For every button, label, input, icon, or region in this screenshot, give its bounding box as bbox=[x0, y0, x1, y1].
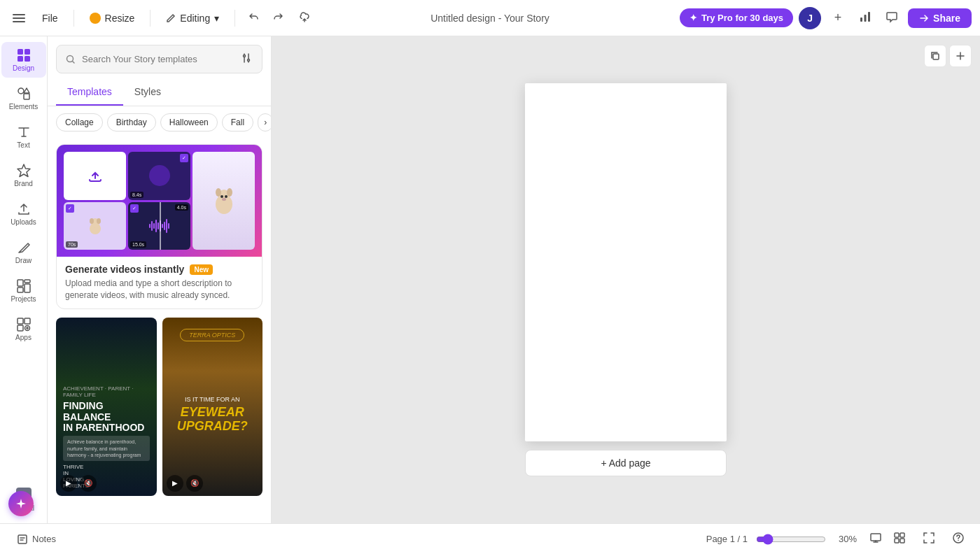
avatar[interactable]: J bbox=[799, 7, 821, 29]
svg-rect-5 bbox=[868, 12, 870, 22]
sidebar-item-brand[interactable]: Brand bbox=[1, 157, 46, 193]
svg-point-30 bbox=[225, 195, 227, 198]
tab-styles[interactable]: Styles bbox=[123, 79, 172, 106]
sidebar-item-draw[interactable]: Draw bbox=[1, 234, 46, 270]
divider bbox=[74, 10, 74, 27]
stats-button[interactable] bbox=[855, 6, 876, 29]
svg-point-34 bbox=[90, 218, 94, 224]
sidebar-item-apps[interactable]: Apps bbox=[1, 311, 46, 347]
svg-rect-2 bbox=[13, 21, 25, 22]
chip-more-button[interactable]: › bbox=[258, 113, 271, 132]
svg-rect-0 bbox=[13, 14, 25, 15]
svg-rect-17 bbox=[18, 318, 23, 324]
template-item[interactable]: ACHIEVEMENT · PARENT · FAMILY LIFE FINDI… bbox=[56, 318, 157, 496]
svg-marker-12 bbox=[18, 164, 30, 177]
canvas[interactable] bbox=[525, 83, 727, 441]
copy-canvas-button[interactable] bbox=[924, 45, 946, 67]
chevron-down-icon: ▾ bbox=[214, 13, 219, 24]
desktop-view-button[interactable] bbox=[865, 529, 886, 549]
mute-button[interactable]: 🔇 bbox=[80, 475, 97, 492]
design-title: Untitled design - Your Story bbox=[430, 13, 550, 24]
svg-rect-1 bbox=[13, 17, 25, 19]
fullscreen-button[interactable] bbox=[918, 529, 939, 549]
svg-rect-38 bbox=[871, 534, 881, 541]
topbar-center: Untitled design - Your Story bbox=[331, 13, 648, 24]
view-buttons bbox=[865, 529, 910, 549]
svg-rect-4 bbox=[864, 15, 867, 22]
svg-point-28 bbox=[227, 188, 232, 197]
svg-point-29 bbox=[220, 195, 223, 198]
redo-button[interactable] bbox=[269, 7, 288, 29]
sidebar-item-uploads[interactable]: Uploads bbox=[1, 196, 46, 232]
panel-tabs: Templates Styles bbox=[48, 79, 271, 106]
sidebar-item-text[interactable]: Text bbox=[1, 119, 46, 155]
cloud-save-button[interactable] bbox=[294, 6, 315, 29]
play-button[interactable]: ▶ bbox=[167, 475, 183, 492]
upload-icon bbox=[87, 167, 104, 184]
template-item[interactable]: TERRA OPTICS IS IT TIME FOR AN EYEWEARUP… bbox=[162, 318, 263, 496]
chip-halloween[interactable]: Halloween bbox=[160, 113, 218, 132]
filter-button[interactable] bbox=[239, 51, 253, 67]
sidebar-item-draw-label: Draw bbox=[15, 257, 31, 264]
try-pro-button[interactable]: ✦ Try Pro for 30 days bbox=[680, 8, 793, 27]
resize-button[interactable]: Resize bbox=[83, 8, 142, 28]
svg-rect-15 bbox=[18, 287, 23, 292]
ai-sparkle-button[interactable] bbox=[8, 491, 34, 516]
add-collaborator-button[interactable]: + bbox=[827, 7, 849, 29]
grid-view-button[interactable] bbox=[889, 529, 910, 549]
sidebar-item-apps-label: Apps bbox=[15, 334, 31, 341]
svg-rect-39 bbox=[895, 533, 899, 537]
tab-templates[interactable]: Templates bbox=[56, 79, 123, 106]
new-badge: New bbox=[190, 264, 213, 275]
ai-button-container bbox=[8, 491, 34, 516]
sidebar-item-elements[interactable]: Elements bbox=[1, 80, 46, 116]
divider bbox=[234, 10, 235, 27]
zoom-controls: 30% bbox=[756, 534, 857, 545]
filter-chips: Collage Birthday Halloween Fall › bbox=[48, 106, 271, 138]
menu-button[interactable] bbox=[8, 8, 29, 29]
dog-illustration bbox=[210, 183, 238, 218]
sidebar-item-design[interactable]: Design bbox=[1, 42, 46, 78]
templates-grid: ACHIEVEMENT · PARENT · FAMILY LIFE FINDI… bbox=[56, 318, 262, 496]
editing-button[interactable]: Editing ▾ bbox=[159, 8, 226, 28]
undo-button[interactable] bbox=[244, 7, 263, 29]
notes-button[interactable]: Notes bbox=[11, 531, 62, 548]
svg-rect-41 bbox=[895, 539, 899, 543]
zoom-slider[interactable] bbox=[756, 534, 826, 545]
add-page-button[interactable]: + Add page bbox=[525, 450, 727, 476]
svg-rect-37 bbox=[18, 535, 27, 544]
topbar-right: ✦ Try Pro for 30 days J + Share bbox=[654, 6, 972, 29]
svg-rect-6 bbox=[18, 49, 23, 55]
svg-point-35 bbox=[97, 218, 101, 224]
comments-button[interactable] bbox=[881, 6, 902, 29]
sidebar-item-projects[interactable]: Projects bbox=[1, 273, 46, 308]
templates-panel: Templates Styles Collage Birthday Hallow… bbox=[48, 36, 272, 523]
panel-content: ✓ 8.4s ✓ bbox=[48, 138, 271, 523]
generate-videos-card[interactable]: ✓ 8.4s ✓ bbox=[56, 144, 262, 309]
chip-fall[interactable]: Fall bbox=[222, 113, 253, 132]
svg-rect-36 bbox=[933, 54, 939, 59]
chip-birthday[interactable]: Birthday bbox=[107, 113, 156, 132]
search-bar-container bbox=[48, 36, 271, 79]
generate-title: Generate videos instantly New bbox=[65, 264, 253, 275]
sidebar-item-uploads-label: Uploads bbox=[10, 218, 36, 226]
share-button[interactable]: Share bbox=[908, 8, 972, 28]
notes-icon bbox=[17, 534, 28, 545]
search-input[interactable] bbox=[82, 54, 234, 64]
help-button[interactable] bbox=[948, 529, 969, 549]
search-container bbox=[56, 45, 262, 73]
sparkle-icon bbox=[15, 497, 27, 510]
file-button[interactable]: File bbox=[35, 8, 65, 28]
mute-button[interactable]: 🔇 bbox=[186, 475, 203, 492]
chip-collage[interactable]: Collage bbox=[56, 113, 103, 132]
play-button[interactable]: ▶ bbox=[60, 475, 77, 492]
svg-rect-19 bbox=[18, 325, 23, 331]
svg-point-27 bbox=[216, 188, 221, 197]
canvas-wrapper: + Add page bbox=[525, 83, 727, 476]
topbar-left: File Resize Editing ▾ bbox=[8, 6, 326, 29]
zoom-percentage: 30% bbox=[832, 534, 857, 544]
add-canvas-button[interactable] bbox=[949, 45, 972, 67]
svg-rect-13 bbox=[18, 280, 23, 286]
main-layout: Design Elements Text Brand Uploads Draw … bbox=[0, 36, 980, 523]
svg-rect-40 bbox=[900, 533, 904, 537]
